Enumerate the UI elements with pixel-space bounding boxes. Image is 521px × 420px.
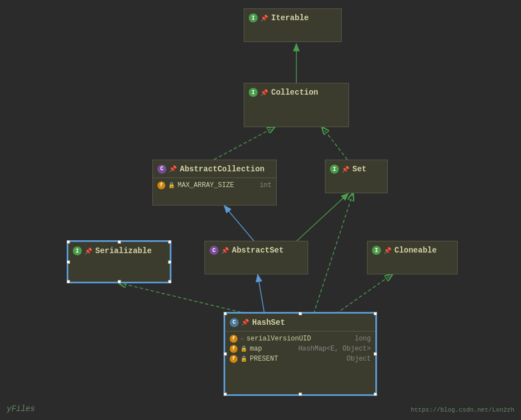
lock-icon-f1: 🔒 [168, 182, 175, 189]
pin-serializable: 📌 [85, 248, 92, 255]
handle-tr[interactable] [168, 240, 171, 244]
label-set: Set [352, 165, 366, 174]
label-collection: Collection [271, 88, 318, 97]
field-serialversionuid: f ○ serialVersionUID long [230, 334, 371, 344]
svg-line-7 [297, 193, 348, 241]
handle-hashset-bl[interactable] [224, 393, 227, 396]
label-iterable: Iterable [271, 13, 309, 22]
label-abstract-set: AbstractSet [232, 246, 283, 255]
svg-line-10 [336, 274, 392, 314]
pin-collection: 📌 [260, 89, 268, 96]
pin-iterable: 📌 [260, 15, 268, 22]
field-type-present: Object [347, 355, 371, 363]
field-type-serial: long [355, 335, 371, 343]
field-type-map: HashMap<E, Object> [298, 345, 371, 353]
handle-bm[interactable] [118, 280, 121, 283]
field-present: f 🔒 PRESENT Object [230, 354, 371, 364]
watermark-left: yFiles [7, 404, 35, 413]
pin-set: 📌 [342, 166, 350, 173]
icon-set: I [330, 165, 339, 174]
icon-serializable: I [73, 246, 82, 255]
handle-hashset-tm[interactable] [299, 312, 302, 315]
node-collection[interactable]: I 📌 Collection [244, 83, 349, 127]
handle-bl[interactable] [67, 280, 70, 283]
node-abstract-collection[interactable]: C 📌 AbstractCollection f 🔒 MAX_ARRAY_SIZ… [152, 160, 277, 206]
svg-line-8 [119, 283, 246, 314]
svg-line-4 [214, 127, 275, 160]
node-cloneable[interactable]: I 📌 Cloneable [367, 241, 458, 274]
icon-abstract-collection: C [157, 165, 166, 174]
field-type-max: int [259, 181, 272, 189]
handle-hashset-tr[interactable] [374, 312, 377, 315]
handle-hashset-br[interactable] [374, 393, 377, 396]
node-hashset[interactable]: C 📌 HashSet f ○ serialVersionUID long f … [224, 312, 376, 395]
icon-field-map: f [230, 345, 238, 353]
svg-line-6 [224, 206, 254, 241]
field-name-serial: serialVersionUID [246, 335, 311, 343]
pin-abstract-set: 📌 [221, 247, 229, 254]
icon-iterable: I [249, 13, 258, 22]
icon-field-serial: f [230, 335, 238, 343]
lock-icon-present: 🔒 [240, 356, 247, 362]
icon-field-f1: f [157, 181, 165, 189]
lock-icon-map: 🔒 [240, 346, 247, 352]
node-abstract-set[interactable]: C 📌 AbstractSet [204, 241, 308, 274]
handle-br[interactable] [168, 280, 171, 283]
pin-hashset: 📌 [241, 319, 249, 326]
icon-field-present: f [230, 355, 238, 363]
icon-abstract-set: C [210, 246, 218, 255]
handle-hashset-bm[interactable] [299, 393, 302, 396]
handle-hashset-ml[interactable] [224, 352, 227, 356]
svg-line-9 [258, 274, 264, 314]
watermark-right: https://blog.csdn.net/Lxn2zh [411, 407, 514, 413]
icon-collection: I [249, 88, 258, 97]
node-iterable[interactable]: I 📌 Iterable [244, 8, 342, 42]
label-hashset: HashSet [252, 318, 285, 327]
handle-tm[interactable] [118, 240, 121, 244]
field-name-present: PRESENT [250, 355, 278, 363]
dot-serial: ○ [240, 336, 244, 342]
field-name-max: MAX_ARRAY_SIZE [178, 181, 234, 189]
handle-tl[interactable] [67, 240, 70, 244]
field-name-map: map [250, 345, 262, 353]
field-map: f 🔒 map HashMap<E, Object> [230, 344, 371, 354]
svg-line-5 [322, 127, 347, 160]
pin-abstract-collection: 📌 [169, 165, 177, 172]
icon-cloneable: I [372, 246, 381, 255]
handle-hashset-tl[interactable] [224, 312, 227, 315]
label-abstract-collection: AbstractCollection [180, 165, 264, 174]
node-set[interactable]: I 📌 Set [325, 160, 388, 193]
icon-hashset: C [230, 318, 239, 327]
node-serializable[interactable]: I 📌 Serializable [67, 241, 171, 283]
pin-cloneable: 📌 [384, 247, 392, 254]
diagram-container: I 📌 Iterable I 📌 Collection C 📌 Abstract… [0, 0, 521, 420]
label-serializable: Serializable [95, 246, 152, 255]
handle-mr[interactable] [168, 260, 171, 264]
handle-ml[interactable] [67, 260, 70, 264]
handle-hashset-mr[interactable] [374, 352, 377, 356]
svg-line-11 [314, 193, 353, 314]
field-max-array-size: f 🔒 MAX_ARRAY_SIZE int [157, 180, 272, 190]
label-cloneable: Cloneable [394, 246, 437, 255]
